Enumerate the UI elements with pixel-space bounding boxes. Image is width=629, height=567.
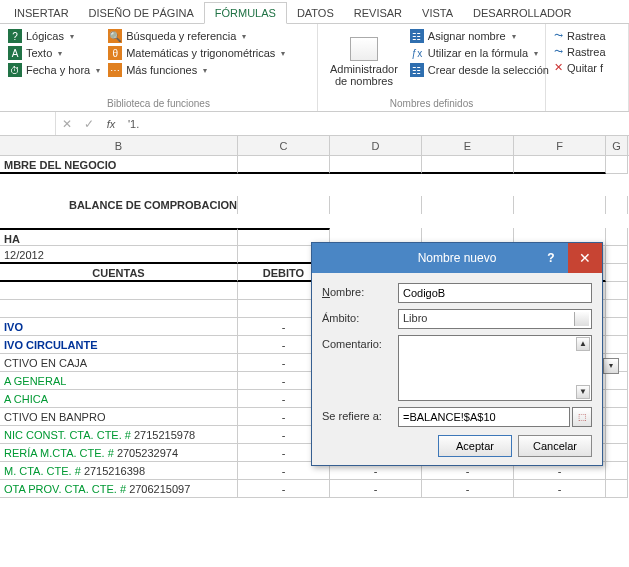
col-header-D[interactable]: D — [330, 136, 422, 155]
dialog-help-button[interactable]: ? — [536, 243, 566, 273]
button-aceptar[interactable]: Aceptar — [438, 435, 512, 457]
btn-asignar-label: Asignar nombre — [428, 30, 506, 42]
btn-texto-label: Texto — [26, 47, 52, 59]
ribbon-tabs: INSERTAR DISEÑO DE PÁGINA FÓRMULAS DATOS… — [0, 0, 629, 24]
group-label-nombres: Nombres definidos — [324, 96, 539, 111]
tab-desarrollador[interactable]: DESARROLLADOR — [463, 3, 581, 23]
cell[interactable]: BALANCE DE COMPROBACION — [0, 196, 238, 214]
col-header-C[interactable]: C — [238, 136, 330, 155]
name-manager-icon — [350, 37, 378, 61]
enter-formula-icon[interactable]: ✓ — [78, 117, 100, 131]
chevron-down-icon: ▾ — [203, 66, 207, 75]
cell[interactable]: RERÍA M.CTA. CTE. # 2705232974 — [0, 444, 238, 462]
formula-input[interactable]: '1. — [122, 116, 629, 132]
btn-fechahora-label: Fecha y hora — [26, 64, 90, 76]
btn-busqueda[interactable]: 🔍Búsqueda y referencia▾ — [106, 28, 287, 44]
cell[interactable]: IVO CIRCULANTE — [0, 336, 238, 354]
date-icon: ⏱ — [8, 63, 22, 77]
col-header-E[interactable]: E — [422, 136, 514, 155]
cell-cuentas-header[interactable]: CUENTAS — [0, 264, 238, 282]
select-ambito[interactable]: Libro — [398, 309, 592, 329]
dialog-titlebar[interactable]: Nombre nuevo ? ✕ — [312, 243, 602, 273]
scroll-up-icon[interactable]: ▲ — [576, 337, 590, 351]
btn-masfunc[interactable]: ⋯Más funciones▾ — [106, 62, 287, 78]
btn-rastrea1-label: Rastrea — [567, 30, 606, 42]
btn-crear-seleccion[interactable]: ☷Crear desde la selección — [408, 62, 551, 78]
cell[interactable]: A GENERAL — [0, 372, 238, 390]
input-refiere[interactable] — [398, 407, 570, 427]
tab-formulas[interactable]: FÓRMULAS — [204, 2, 287, 24]
scroll-down-icon[interactable]: ▼ — [576, 385, 590, 399]
btn-mattrig[interactable]: θMatemáticas y trigonométricas▾ — [106, 45, 287, 61]
chevron-down-icon: ▾ — [242, 32, 246, 41]
btn-administrador-nombres[interactable]: Administradorde nombres — [324, 28, 404, 96]
tab-diseno[interactable]: DISEÑO DE PÁGINA — [79, 3, 204, 23]
filter-dropdown-icon[interactable]: ▾ — [603, 358, 619, 374]
btn-logicas-label: Lógicas — [26, 30, 64, 42]
remove-arrows-icon: ✕ — [554, 61, 563, 74]
btn-asignar-nombre[interactable]: ☷Asignar nombre▾ — [408, 28, 551, 44]
label-nombre: Nombre: — [322, 283, 398, 298]
chevron-down-icon: ▾ — [70, 32, 74, 41]
chevron-down-icon: ▾ — [281, 49, 285, 58]
btn-utilizar-formula[interactable]: ƒxUtilizar en la fórmula▾ — [408, 45, 551, 61]
more-icon: ⋯ — [108, 63, 122, 77]
col-header-G[interactable]: G — [606, 136, 628, 155]
group-label-biblioteca: Biblioteca de funciones — [6, 96, 311, 111]
button-cancelar[interactable]: Cancelar — [518, 435, 592, 457]
cell[interactable]: CTIVO EN CAJA — [0, 354, 238, 372]
use-formula-icon: ƒx — [410, 46, 424, 60]
cell[interactable]: MBRE DEL NEGOCIO — [0, 156, 238, 174]
tab-insertar[interactable]: INSERTAR — [4, 3, 79, 23]
dialog-close-button[interactable]: ✕ — [568, 243, 602, 273]
formula-bar: ✕ ✓ fx '1. — [0, 112, 629, 136]
btn-utilizar-label: Utilizar en la fórmula — [428, 47, 528, 59]
cell[interactable]: CTIVO EN BANPRO — [0, 408, 238, 426]
tab-vista[interactable]: VISTA — [412, 3, 463, 23]
cell[interactable]: IVO — [0, 318, 238, 336]
chevron-down-icon: ▾ — [534, 49, 538, 58]
btn-rastrea2-label: Rastrea — [567, 46, 606, 58]
name-box[interactable] — [0, 112, 56, 135]
define-name-icon: ☷ — [410, 29, 424, 43]
chevron-down-icon: ▾ — [512, 32, 516, 41]
math-icon: θ — [108, 46, 122, 60]
btn-rastrear-dependientes[interactable]: ⤳Rastrea — [552, 44, 608, 59]
btn-texto[interactable]: ATexto▾ — [6, 45, 102, 61]
btn-rastrear-precedentes[interactable]: ⤳Rastrea — [552, 28, 608, 43]
col-header-B[interactable]: B — [0, 136, 238, 155]
range-picker-button[interactable]: ⬚ — [572, 407, 592, 427]
cell[interactable]: OTA PROV. CTA. CTE. # 2706215097 — [0, 480, 238, 498]
select-ambito-value: Libro — [403, 312, 427, 324]
logic-icon: ? — [8, 29, 22, 43]
cancel-formula-icon[interactable]: ✕ — [56, 117, 78, 131]
cell[interactable]: M. CTA. CTE. # 2715216398 — [0, 462, 238, 480]
input-nombre[interactable] — [398, 283, 592, 303]
fx-icon[interactable]: fx — [100, 118, 122, 130]
chevron-down-icon: ▾ — [96, 66, 100, 75]
col-header-F[interactable]: F — [514, 136, 606, 155]
btn-busqueda-label: Búsqueda y referencia — [126, 30, 236, 42]
tab-revisar[interactable]: REVISAR — [344, 3, 412, 23]
btn-quitar-flechas[interactable]: ✕Quitar f — [552, 60, 608, 75]
trace-dep-icon: ⤳ — [554, 45, 563, 58]
cell[interactable]: A CHICA — [0, 390, 238, 408]
dialog-title-text: Nombre nuevo — [418, 251, 497, 265]
tab-datos[interactable]: DATOS — [287, 3, 344, 23]
admin-label2: de nombres — [335, 75, 393, 87]
btn-logicas[interactable]: ?Lógicas▾ — [6, 28, 102, 44]
btn-fechahora[interactable]: ⏱Fecha y hora▾ — [6, 62, 102, 78]
dialog-nombre-nuevo: Nombre nuevo ? ✕ Nombre: Ámbito: Libro C… — [311, 242, 603, 466]
admin-label1: Administrador — [330, 63, 398, 75]
label-comentario: Comentario: — [322, 335, 398, 350]
cell[interactable]: NIC CONST. CTA. CTE. # 2715215978 — [0, 426, 238, 444]
btn-quitar-label: Quitar f — [567, 62, 603, 74]
btn-mattrig-label: Matemáticas y trigonométricas — [126, 47, 275, 59]
column-headers: B C D E F G — [0, 136, 629, 156]
cell[interactable]: 12/2012 — [0, 246, 238, 264]
lookup-icon: 🔍 — [108, 29, 122, 43]
textarea-comentario[interactable]: ▲ ▼ — [398, 335, 592, 401]
cell[interactable]: HA — [0, 228, 238, 246]
trace-prec-icon: ⤳ — [554, 29, 563, 42]
chevron-down-icon — [578, 316, 586, 320]
